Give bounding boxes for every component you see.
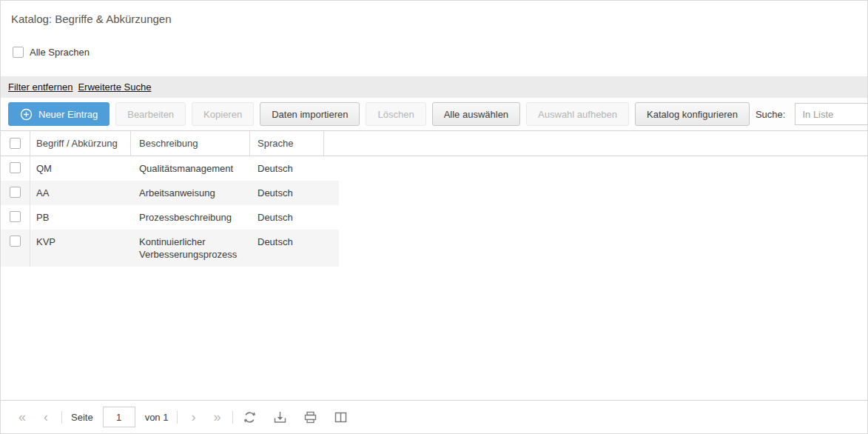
cell-begriff: PB xyxy=(30,205,131,230)
import-data-button[interactable]: Daten importieren xyxy=(260,102,360,126)
filter-link-bar: Filter entfernen Erweiterte Suche xyxy=(1,76,867,98)
page-label: Seite xyxy=(71,412,93,423)
cell-beschreibung: Kontinuierlicher Verbesserungsprozess xyxy=(131,230,250,267)
row-checkbox[interactable] xyxy=(10,211,21,222)
page-number-input[interactable] xyxy=(103,407,135,427)
table-row[interactable]: KVP Kontinuierlicher Verbesserungsprozes… xyxy=(1,230,339,267)
advanced-search-link[interactable]: Erweiterte Suche xyxy=(78,81,151,93)
row-checkbox[interactable] xyxy=(10,187,21,198)
row-checkbox[interactable] xyxy=(10,162,21,173)
table-row[interactable]: QM Qualitätsmanagement Deutsch xyxy=(1,156,339,181)
search-input[interactable] xyxy=(795,104,868,124)
paging-toolbar: « ‹ Seite von 1 › » xyxy=(1,400,867,433)
refresh-icon[interactable] xyxy=(242,410,258,425)
cell-begriff: KVP xyxy=(30,230,131,267)
first-page-icon[interactable]: « xyxy=(16,410,29,424)
divider xyxy=(61,411,62,424)
prev-page-icon[interactable]: ‹ xyxy=(39,410,53,424)
grid-header: Begriff / Abkürzung Beschreibung Sprache xyxy=(1,130,867,156)
edit-button[interactable]: Bearbeiten xyxy=(115,102,186,126)
next-page-icon[interactable]: › xyxy=(186,410,200,424)
all-languages-row: Alle Sprachen xyxy=(13,47,867,58)
select-all-button[interactable]: Alle auswählen xyxy=(432,102,520,126)
search-group: Suche: xyxy=(756,103,868,125)
toolbar: Neuer Eintrag Bearbeiten Kopieren Daten … xyxy=(1,98,867,130)
search-label: Suche: xyxy=(756,109,785,120)
cell-beschreibung: Prozessbeschreibung xyxy=(131,205,250,230)
page-title: Katalog: Begriffe & Abkürzungen xyxy=(11,13,867,25)
export-icon[interactable] xyxy=(272,410,288,425)
remove-filter-link[interactable]: Filter entfernen xyxy=(8,81,73,93)
configure-catalog-button[interactable]: Katalog konfigurieren xyxy=(635,102,750,126)
delete-button[interactable]: Löschen xyxy=(366,102,425,126)
column-header-sprache[interactable]: Sprache xyxy=(250,131,324,156)
print-icon[interactable] xyxy=(303,410,318,425)
select-all-header-cell xyxy=(1,131,30,156)
columns-icon[interactable] xyxy=(333,410,349,425)
column-header-begriff[interactable]: Begriff / Abkürzung xyxy=(30,131,131,156)
last-page-icon[interactable]: » xyxy=(210,410,223,424)
cell-sprache: Deutsch xyxy=(250,156,339,181)
deselect-button[interactable]: Auswahl aufheben xyxy=(526,102,629,126)
cell-sprache: Deutsch xyxy=(250,230,339,267)
divider xyxy=(177,411,178,424)
cell-begriff: AA xyxy=(30,181,131,205)
cell-sprache: Deutsch xyxy=(250,181,339,205)
catalog-panel: Katalog: Begriffe & Abkürzungen Alle Spr… xyxy=(0,0,868,434)
cell-beschreibung: Qualitätsmanagement xyxy=(131,156,250,181)
select-all-checkbox[interactable] xyxy=(10,138,21,149)
cell-sprache: Deutsch xyxy=(250,205,339,230)
search-box xyxy=(795,103,868,125)
divider xyxy=(232,411,233,424)
cell-beschreibung: Arbeitsanweisung xyxy=(131,181,250,205)
cell-begriff: QM xyxy=(30,156,131,181)
table-row[interactable]: PB Prozessbeschreibung Deutsch xyxy=(1,205,339,230)
column-header-beschreibung[interactable]: Beschreibung xyxy=(131,131,250,156)
grid-body: QM Qualitätsmanagement Deutsch AA Arbeit… xyxy=(1,156,339,267)
page-count-label: von 1 xyxy=(145,412,169,423)
new-entry-button[interactable]: Neuer Eintrag xyxy=(8,102,110,126)
all-languages-label: Alle Sprachen xyxy=(30,47,90,58)
plus-circle-icon xyxy=(20,108,33,121)
all-languages-checkbox[interactable] xyxy=(13,47,24,58)
copy-button[interactable]: Kopieren xyxy=(192,102,254,126)
table-row[interactable]: AA Arbeitsanweisung Deutsch xyxy=(1,181,339,205)
row-checkbox[interactable] xyxy=(10,236,21,247)
column-header-filler xyxy=(324,131,867,156)
